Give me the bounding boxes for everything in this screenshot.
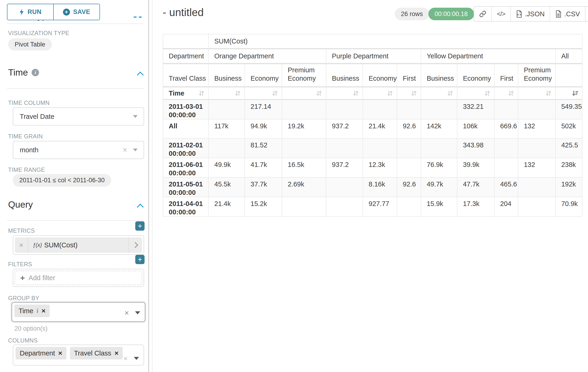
info-icon[interactable]: i <box>32 69 39 76</box>
superset-explore-view: Chart Type RUN + SAVE VISUALIZATION TYPE… <box>0 0 588 372</box>
add-filter-dropzone[interactable]: + Add filter <box>15 271 142 285</box>
chart-type-collapse-icon[interactable] <box>134 17 137 18</box>
clear-icon[interactable]: × <box>123 146 127 154</box>
pivot-cell: 142k <box>421 119 457 138</box>
sort-header-cell[interactable] <box>363 87 397 100</box>
pivot-cell: 70.9k <box>556 197 582 217</box>
visualization-type-pill[interactable]: Pivot Table <box>8 38 52 51</box>
csv-file-icon <box>555 10 562 18</box>
bolt-icon <box>19 9 24 16</box>
sort-icon <box>352 90 359 97</box>
chevron-up-icon[interactable] <box>137 72 144 79</box>
time-section-header: Time i <box>8 67 39 78</box>
view-query-button[interactable]: </> <box>491 7 510 21</box>
row-dim-label: Time <box>169 89 198 97</box>
pivot-cell: 19.2k <box>282 119 326 138</box>
chevron-up-icon[interactable] <box>137 204 144 211</box>
visualization-type-label: VISUALIZATION TYPE <box>8 30 69 36</box>
sort-header-cell[interactable] <box>209 87 245 100</box>
time-grain-select[interactable]: month × <box>13 141 144 159</box>
remove-chip-icon[interactable]: × <box>42 307 46 315</box>
query-timer-badge: 00:00:00.18 <box>428 8 474 20</box>
sort-header-time[interactable]: Time <box>163 87 209 100</box>
chevron-down-icon[interactable] <box>135 311 140 314</box>
travel-class-cell: Premium Economy <box>282 64 326 87</box>
export-json-label: .JSON <box>525 10 545 18</box>
metric-pill[interactable]: × ƒ(x) SUM(Cost) <box>15 237 142 253</box>
section-divider <box>7 220 144 221</box>
sidebar-scrollbar[interactable] <box>148 0 149 372</box>
sort-descending-icon <box>572 90 579 97</box>
pivot-cell: 12.3k <box>363 158 397 178</box>
pivot-cell <box>421 100 457 119</box>
time-range-label: TIME RANGE <box>8 167 45 173</box>
group-by-select[interactable]: Time i × × <box>12 302 145 322</box>
travel-class-cell: Premium Economy <box>518 64 556 87</box>
section-divider <box>7 23 144 24</box>
pivot-cell <box>326 138 363 158</box>
pivot-row-label: 2011-04-01 00:00:00 <box>163 197 209 217</box>
clear-icon[interactable]: × <box>124 309 129 317</box>
pivot-row-label: 2011-03-01 00:00:00 <box>163 100 209 119</box>
section-divider <box>7 88 144 89</box>
pivot-cell <box>326 197 363 217</box>
add-filter-placeholder: Add filter <box>29 274 55 282</box>
share-link-button[interactable] <box>474 7 491 21</box>
add-metric-button[interactable]: + <box>135 221 145 231</box>
pivot-cell: 927.77 <box>363 197 397 217</box>
pivot-cell: 2.69k <box>282 178 326 197</box>
remove-chip-icon[interactable]: × <box>115 349 119 357</box>
filters-box: + Add filter <box>13 269 144 287</box>
chevron-down-icon[interactable] <box>134 357 139 360</box>
sort-header-cell[interactable] <box>494 87 518 100</box>
clear-icon[interactable]: × <box>123 354 128 362</box>
expand-metric-button[interactable] <box>128 237 142 253</box>
pivot-cell <box>494 138 518 158</box>
export-csv-button[interactable]: .CSV <box>550 7 585 21</box>
panel-divider <box>152 0 152 372</box>
time-column-select[interactable]: Travel Date <box>13 107 144 126</box>
metric-name: SUM(Cost) <box>44 241 128 249</box>
columns-chip-travel-class[interactable]: Travel Class × <box>70 347 123 360</box>
pivot-cell: 76.9k <box>421 158 457 178</box>
info-icon[interactable]: i <box>36 307 38 315</box>
menu-button[interactable] <box>585 7 588 21</box>
remove-metric-icon[interactable]: × <box>15 237 28 253</box>
save-button[interactable]: + SAVE <box>53 4 100 20</box>
pivot-cell: 47.7k <box>457 178 494 197</box>
sort-header-cell[interactable] <box>282 87 326 100</box>
columns-select[interactable]: Department × Travel Class × × <box>13 345 144 365</box>
travel-class-cell: Economy <box>245 64 282 87</box>
sort-header-cell[interactable] <box>245 87 282 100</box>
chart-title[interactable]: - untitled <box>163 6 204 19</box>
pivot-cell: 16.5k <box>282 158 326 178</box>
run-button[interactable]: RUN <box>7 4 53 20</box>
sort-header-cell[interactable] <box>421 87 457 100</box>
chip-label: Department <box>20 350 55 357</box>
table-row: All117k94.9k19.2k937.221.4k92.6142k106k6… <box>163 119 582 138</box>
pivot-cell: 132 <box>518 119 556 138</box>
time-range-pill[interactable]: 2011-01-01 ≤ col < 2011-06-30 <box>13 174 111 187</box>
pivot-cell: 21.4k <box>363 119 397 138</box>
sort-header-cell[interactable] <box>326 87 363 100</box>
travel-class-cell: Business <box>421 64 457 87</box>
sort-header-cell[interactable] <box>518 87 556 100</box>
plus-circle-icon: + <box>63 9 70 16</box>
sort-header-cell[interactable] <box>556 87 582 100</box>
remove-chip-icon[interactable]: × <box>58 349 63 357</box>
json-file-icon <box>516 10 523 18</box>
add-filter-button[interactable]: + <box>135 255 145 264</box>
pivot-cell: 39.9k <box>457 158 494 178</box>
pivot-cell <box>209 100 245 119</box>
export-json-button[interactable]: .JSON <box>510 7 550 21</box>
group-by-chip-time[interactable]: Time i × <box>14 305 50 317</box>
department-group-cell: Orange Department <box>209 49 326 64</box>
department-group-cell: Purple Department <box>326 49 421 64</box>
pivot-cell <box>518 178 556 197</box>
columns-chip-department[interactable]: Department × <box>16 347 66 360</box>
sort-header-cell[interactable] <box>457 87 494 100</box>
sort-icon <box>272 90 278 97</box>
sort-header-cell[interactable] <box>397 87 421 100</box>
chart-type-collapse-icon[interactable] <box>139 17 142 18</box>
save-button-label: SAVE <box>73 8 90 16</box>
